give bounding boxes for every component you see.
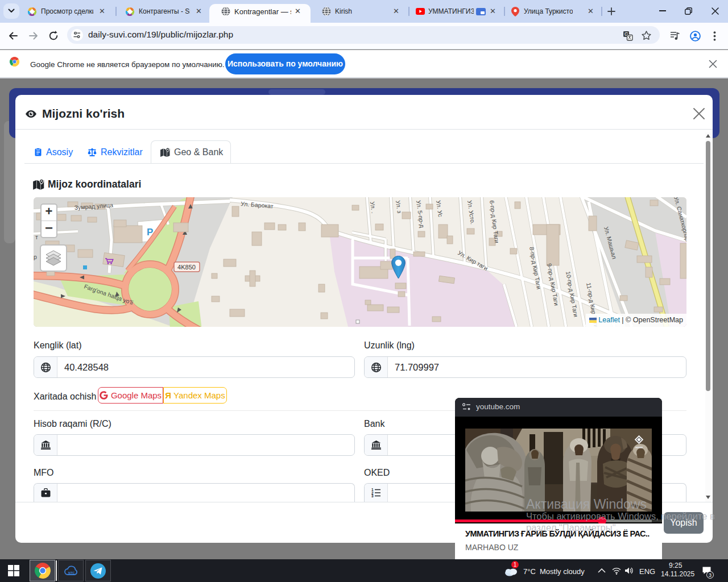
- svg-text:3: 3: [371, 494, 374, 497]
- svg-text:р: р: [34, 253, 37, 260]
- svg-text:4K850: 4K850: [177, 264, 196, 271]
- svg-text:т: т: [35, 234, 38, 240]
- svg-text:P: P: [147, 227, 153, 238]
- svg-text:NTC: NTC: [68, 571, 75, 575]
- svg-text:Ул. .: Ул. .: [369, 201, 377, 214]
